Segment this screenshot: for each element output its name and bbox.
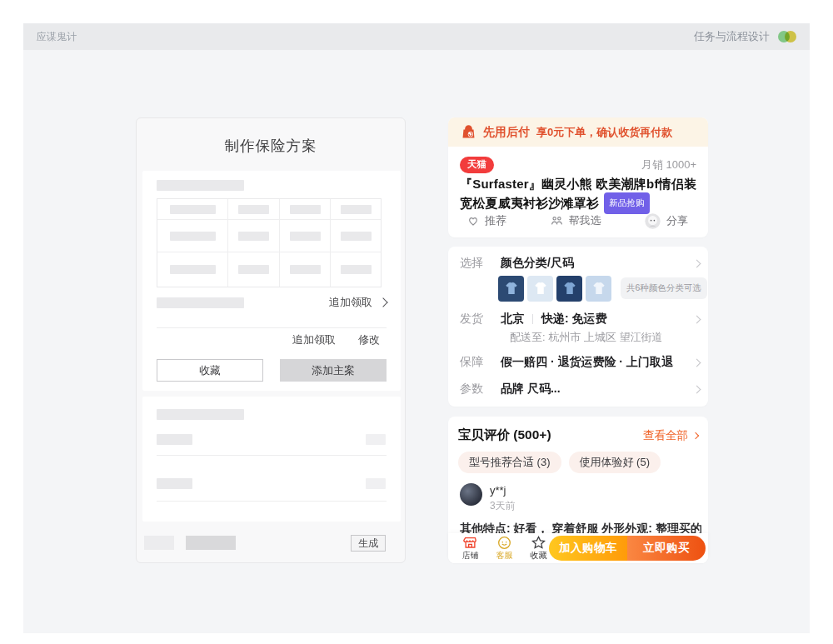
skeleton-cell bbox=[331, 220, 381, 252]
shirt-icon bbox=[532, 280, 549, 297]
storefront-icon bbox=[462, 535, 478, 551]
skeleton-cell bbox=[228, 199, 280, 220]
avatar-icon bbox=[644, 212, 661, 230]
color-swatch[interactable] bbox=[498, 276, 524, 302]
review-tag-row: 型号推荐合适 (3) 使用体验好 (5) bbox=[458, 452, 661, 473]
collect-button[interactable]: 收藏 bbox=[157, 359, 263, 382]
shop-button[interactable]: 店铺 bbox=[453, 535, 487, 562]
params-label: 参数 bbox=[460, 382, 483, 397]
share-button[interactable]: 分享 bbox=[644, 212, 688, 230]
pay-later-badge: 先用后付 bbox=[483, 125, 530, 140]
color-swatch[interactable] bbox=[586, 276, 611, 302]
view-all-label: 查看全部 bbox=[643, 428, 688, 443]
purchase-bottom-bar: 店铺 客服 收藏 加入购物车 立即购买 bbox=[448, 533, 708, 563]
secondary-links-row: 追加领取 修改 bbox=[157, 332, 380, 347]
params-value: 品牌 尺码... bbox=[501, 382, 561, 397]
review-tag[interactable]: 型号推荐合适 (3) bbox=[458, 452, 561, 473]
claim-more-label: 追加领取 bbox=[329, 295, 372, 310]
help-choose-label: 帮我选 bbox=[569, 213, 601, 228]
placeholder-bar bbox=[157, 297, 244, 308]
select-sku-row[interactable]: 选择 颜色分类/尺码 bbox=[460, 254, 700, 272]
placeholder-bar bbox=[366, 434, 386, 445]
recommend-label: 推荐 bbox=[485, 213, 506, 228]
design-canvas: 应谋鬼计 任务与流程设计 制作保险方案 bbox=[0, 0, 833, 644]
select-value: 颜色分类/尺码 bbox=[501, 256, 574, 271]
toggle-yellow-dot-icon bbox=[785, 31, 796, 42]
skeleton-cell bbox=[228, 220, 280, 252]
product-title: 『Surfaster』幽灵小熊 欧美潮牌bf情侣装宽松夏威夷衬衫沙滩罩衫新品抢购 bbox=[460, 175, 701, 214]
recommend-button[interactable]: 推荐 bbox=[466, 213, 506, 228]
review-time: 3天前 bbox=[490, 499, 516, 513]
wireframe-button-row: 收藏 添加主案 bbox=[157, 359, 387, 382]
add-main-plan-button[interactable]: 添加主案 bbox=[280, 359, 387, 382]
mode-toggle[interactable] bbox=[778, 31, 796, 42]
modify-link[interactable]: 修改 bbox=[358, 332, 380, 347]
product-action-row: 推荐 帮我选 分享 bbox=[448, 211, 708, 231]
wireframe-section-top: 追加领取 追加领取 修改 收藏 添加主案 bbox=[142, 171, 401, 391]
placeholder-box bbox=[144, 536, 174, 550]
vertical-divider bbox=[532, 314, 533, 324]
placeholder-bar bbox=[157, 409, 244, 420]
claim-more-link[interactable]: 追加领取 bbox=[329, 295, 387, 310]
reviews-title: 宝贝评价 (500+) bbox=[458, 427, 551, 444]
review-tag[interactable]: 使用体验好 (5) bbox=[569, 452, 661, 473]
skeleton-table bbox=[157, 198, 382, 287]
skeleton-cell bbox=[228, 252, 280, 287]
shop-label: 店铺 bbox=[462, 550, 479, 562]
guarantee-label: 保障 bbox=[460, 355, 483, 370]
swatch-count-note: 共6种颜色分类可选 bbox=[621, 277, 707, 299]
reviewer-avatar bbox=[460, 483, 482, 506]
skeleton-cell bbox=[157, 220, 228, 252]
app-title: 应谋鬼计 bbox=[37, 30, 77, 44]
placeholder-box bbox=[186, 536, 236, 550]
chevron-right-icon bbox=[693, 259, 701, 267]
delivery-row[interactable]: 发货 北京 快递: 免运费 bbox=[460, 310, 700, 328]
wireframe-title: 制作保险方案 bbox=[137, 136, 405, 156]
favorite-label: 收藏 bbox=[531, 550, 547, 562]
product-title-text: 『Surfaster』幽灵小熊 欧美潮牌bf情侣装宽松夏威夷衬衫沙滩罩衫 bbox=[460, 177, 696, 210]
buy-now-button[interactable]: 立即购买 bbox=[627, 536, 706, 561]
share-label: 分享 bbox=[666, 213, 688, 228]
divider bbox=[157, 455, 387, 456]
skeleton-cell bbox=[280, 252, 331, 287]
view-all-reviews-link[interactable]: 查看全部 bbox=[643, 428, 698, 443]
chevron-right-icon bbox=[693, 385, 701, 393]
shirt-icon bbox=[591, 280, 607, 297]
heart-icon bbox=[466, 214, 480, 227]
help-choose-button[interactable]: 帮我选 bbox=[550, 213, 601, 228]
cta-button-group: 加入购物车 立即购买 bbox=[549, 536, 706, 561]
shirt-icon bbox=[561, 280, 578, 297]
select-label: 选择 bbox=[460, 256, 483, 271]
chevron-right-icon bbox=[378, 297, 387, 307]
delivery-express: 快递: 免运费 bbox=[541, 312, 607, 327]
divider bbox=[157, 327, 387, 328]
mode-label: 任务与流程设计 bbox=[694, 29, 770, 44]
store-sales-row: 天猫 月销 1000+ bbox=[460, 157, 696, 172]
guarantee-row[interactable]: 保障 假一赔四 · 退货运费险 · 上门取退 bbox=[460, 353, 700, 372]
wireframe-footer: 生成 bbox=[137, 535, 407, 552]
product-options-card: 选择 颜色分类/尺码 共6种颜色分类可选 发货 北京 快递: 免运费 bbox=[448, 247, 708, 407]
pay-later-text: 享0元下单，确认收货再付款 bbox=[536, 125, 672, 140]
product-summary-card: 先用后付 享0元下单，确认收货再付款 天猫 月销 1000+ 『Surfaste… bbox=[448, 117, 708, 237]
monthly-sales: 月销 1000+ bbox=[641, 157, 696, 172]
chevron-right-icon bbox=[693, 358, 701, 367]
placeholder-bar bbox=[157, 478, 192, 489]
add-to-cart-button[interactable]: 加入购物车 bbox=[549, 536, 627, 561]
params-row[interactable]: 参数 品牌 尺码... bbox=[460, 380, 700, 398]
placeholder-bar bbox=[366, 478, 386, 489]
reviews-header: 宝贝评价 (500+) 查看全部 bbox=[458, 427, 698, 444]
color-swatch[interactable] bbox=[527, 276, 553, 302]
generate-button[interactable]: 生成 bbox=[351, 535, 386, 552]
chevron-right-icon bbox=[692, 432, 699, 438]
skeleton-cell bbox=[157, 199, 228, 220]
reviewer-name: y**j bbox=[490, 483, 516, 497]
pay-later-banner: 先用后付 享0元下单，确认收货再付款 bbox=[448, 117, 708, 147]
claim-row: 追加领取 bbox=[157, 294, 387, 311]
delivery-city: 北京 bbox=[501, 312, 524, 327]
color-swatch[interactable] bbox=[556, 276, 582, 302]
tmall-badge: 天猫 bbox=[460, 157, 494, 173]
skeleton-cell bbox=[331, 199, 381, 220]
claim-more-link-2[interactable]: 追加领取 bbox=[292, 332, 336, 347]
service-button[interactable]: 客服 bbox=[487, 535, 521, 562]
toolbar-right-group: 任务与流程设计 bbox=[694, 29, 796, 44]
